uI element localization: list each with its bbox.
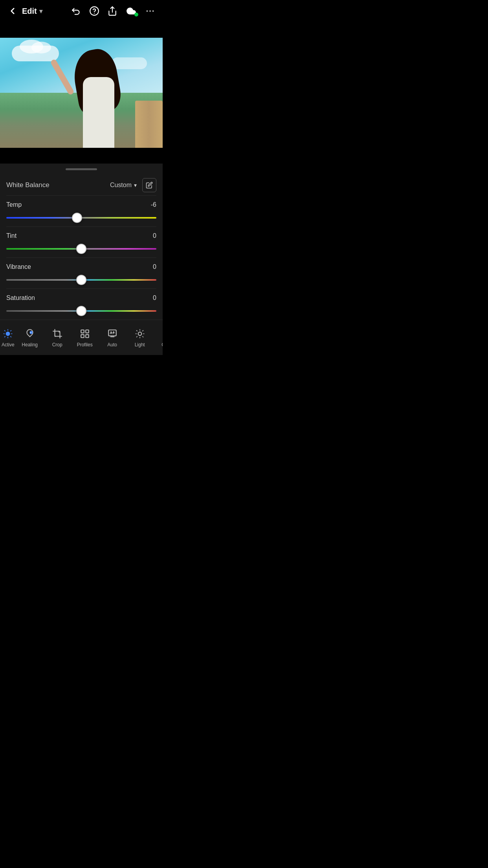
- vibrance-section: Vibrance 0: [6, 258, 156, 289]
- active-icon: [2, 328, 14, 340]
- saturation-section: Saturation 0: [6, 289, 156, 320]
- edit-title[interactable]: Edit ▾: [22, 7, 42, 16]
- healing-icon: ✦: [24, 328, 36, 340]
- cloud-status-dot: [134, 13, 138, 17]
- tint-slider-container: [6, 243, 156, 254]
- crop-icon: [51, 328, 63, 340]
- photo-image: [0, 38, 163, 148]
- tint-header: Tint 0: [6, 232, 156, 239]
- profiles-label: Profiles: [77, 342, 93, 348]
- more-options-button[interactable]: [144, 5, 156, 17]
- white-balance-row: White Balance Custom ▾: [6, 173, 156, 196]
- temp-header: Temp -6: [6, 201, 156, 208]
- person-silhouette: [51, 46, 130, 148]
- saturation-header: Saturation 0: [6, 294, 156, 302]
- tint-track: [6, 248, 156, 250]
- drag-pill: [66, 168, 97, 170]
- photo-area: [0, 22, 163, 164]
- bottom-toolbar: Active ✦ Healing Crop: [0, 320, 163, 355]
- toolbar-item-light[interactable]: Light: [126, 320, 154, 355]
- saturation-value: 0: [153, 294, 156, 302]
- saturation-thumb[interactable]: [76, 306, 86, 316]
- saturation-track: [6, 310, 156, 312]
- vibrance-slider-container: [6, 274, 156, 285]
- fence-element: [135, 101, 163, 148]
- undo-button[interactable]: [70, 5, 83, 17]
- auto-label: Auto: [107, 342, 117, 348]
- saturation-slider-container: [6, 305, 156, 316]
- top-bar-left: Edit ▾: [6, 5, 42, 17]
- tint-label: Tint: [6, 232, 17, 239]
- vibrance-header: Vibrance 0: [6, 263, 156, 270]
- top-bar: Edit ▾: [0, 0, 163, 22]
- svg-rect-11: [81, 335, 84, 338]
- toolbar-item-color[interactable]: Color: [154, 320, 163, 355]
- toolbar-item-auto[interactable]: Auto: [99, 320, 126, 355]
- svg-rect-12: [86, 335, 89, 338]
- light-label: Light: [135, 342, 145, 348]
- svg-rect-10: [86, 330, 89, 333]
- share-button[interactable]: [106, 5, 119, 17]
- photo-canvas[interactable]: [0, 38, 163, 148]
- profiles-icon: [79, 328, 91, 340]
- cloud-sync-button[interactable]: [124, 6, 138, 17]
- auto-icon: [106, 328, 118, 340]
- temp-section: Temp -6: [6, 196, 156, 226]
- svg-point-3: [147, 10, 148, 11]
- temp-value: -6: [151, 201, 156, 208]
- vibrance-label: Vibrance: [6, 263, 31, 270]
- color-label: Color: [161, 342, 163, 348]
- svg-rect-9: [81, 330, 84, 333]
- white-balance-edit-button[interactable]: [142, 178, 156, 192]
- temp-thumb[interactable]: [72, 213, 82, 223]
- controls-panel: White Balance Custom ▾ Temp -6: [0, 173, 163, 320]
- drag-indicator: [0, 164, 163, 173]
- tint-thumb[interactable]: [76, 244, 86, 254]
- help-button[interactable]: [88, 5, 101, 17]
- light-icon: [134, 328, 146, 340]
- svg-point-5: [152, 10, 154, 11]
- active-label: Active: [2, 342, 15, 348]
- body-shape: [83, 77, 114, 148]
- top-bar-right: [70, 5, 156, 17]
- chevron-down-icon: ▾: [134, 182, 137, 188]
- white-balance-controls: Custom ▾: [110, 178, 156, 192]
- color-icon: [161, 328, 163, 340]
- white-balance-dropdown[interactable]: Custom ▾: [110, 182, 137, 189]
- vibrance-thumb[interactable]: [76, 275, 86, 285]
- white-balance-label: White Balance: [6, 181, 50, 189]
- vibrance-track: [6, 279, 156, 281]
- saturation-label: Saturation: [6, 294, 35, 302]
- healing-label: Healing: [22, 342, 38, 348]
- vibrance-value: 0: [153, 263, 156, 270]
- white-balance-value: Custom: [110, 182, 132, 189]
- toolbar-item-crop[interactable]: Crop: [44, 320, 71, 355]
- back-button[interactable]: [6, 5, 19, 17]
- toolbar-item-active[interactable]: Active: [0, 320, 16, 355]
- crop-label: Crop: [52, 342, 62, 348]
- svg-point-14: [138, 332, 141, 335]
- temp-label: Temp: [6, 201, 22, 208]
- toolbar-item-healing[interactable]: ✦ Healing: [16, 320, 44, 355]
- toolbar-item-profiles[interactable]: Profiles: [71, 320, 99, 355]
- tint-section: Tint 0: [6, 227, 156, 257]
- raised-arm: [50, 59, 75, 96]
- svg-point-4: [149, 10, 150, 11]
- svg-point-6: [6, 331, 10, 336]
- temp-slider-container: [6, 212, 156, 223]
- tint-value: 0: [153, 232, 156, 239]
- temp-track: [6, 217, 156, 219]
